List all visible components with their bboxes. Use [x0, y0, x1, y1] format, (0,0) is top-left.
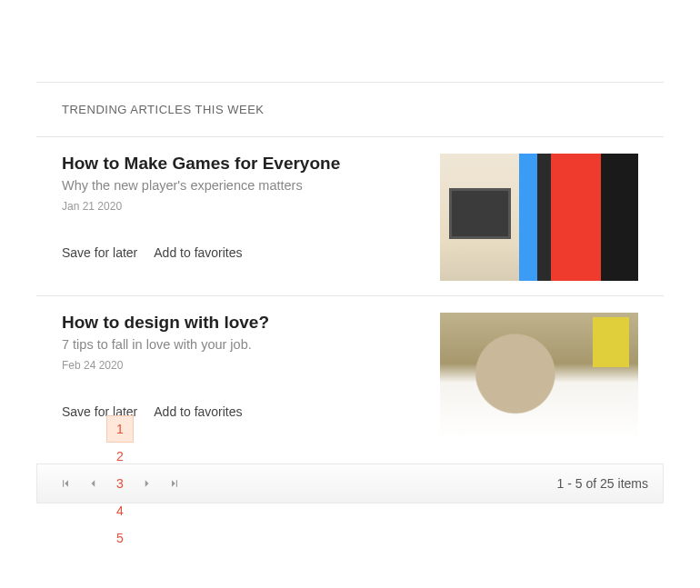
article-subtitle: 7 tips to fall in love with your job. — [62, 337, 413, 352]
article-title[interactable]: How to design with love? — [62, 313, 413, 333]
article-thumbnail-drawing[interactable] — [440, 313, 638, 440]
article-row: How to Make Games for EveryoneWhy the ne… — [36, 137, 664, 296]
article-date: Jan 21 2020 — [62, 200, 413, 213]
pagination-controls: 12345 — [52, 415, 188, 552]
page-number-2[interactable]: 2 — [106, 443, 134, 470]
article-actions: Save for laterAdd to favorites — [62, 245, 413, 260]
add-to-favorites-button[interactable]: Add to favorites — [154, 245, 242, 260]
page-number-4[interactable]: 4 — [106, 497, 134, 524]
first-page-button[interactable] — [52, 470, 79, 497]
section-heading: TRENDING ARTICLES THIS WEEK — [36, 83, 664, 137]
page-number-3[interactable]: 3 — [106, 470, 134, 497]
next-page-icon — [142, 478, 153, 489]
article-thumbnail-joycons[interactable] — [440, 154, 638, 281]
pagination-status: 1 - 5 of 25 items — [557, 476, 648, 491]
previous-page-icon — [87, 478, 98, 489]
page-number-5[interactable]: 5 — [106, 524, 134, 552]
article-date: Feb 24 2020 — [62, 359, 413, 372]
page-number-1[interactable]: 1 — [106, 415, 134, 443]
previous-page-button[interactable] — [79, 470, 106, 497]
article-subtitle: Why the new player's experience matters — [62, 178, 413, 193]
article-text-block: How to Make Games for EveryoneWhy the ne… — [62, 154, 413, 281]
article-title[interactable]: How to Make Games for Everyone — [62, 154, 413, 174]
last-page-button[interactable] — [161, 470, 188, 497]
last-page-icon — [169, 478, 180, 489]
pagination-bar: 12345 1 - 5 of 25 items — [36, 463, 664, 503]
trending-section: TRENDING ARTICLES THIS WEEK How to Make … — [36, 82, 664, 454]
first-page-icon — [60, 478, 71, 489]
next-page-button[interactable] — [134, 470, 161, 497]
save-for-later-button[interactable]: Save for later — [62, 245, 137, 260]
